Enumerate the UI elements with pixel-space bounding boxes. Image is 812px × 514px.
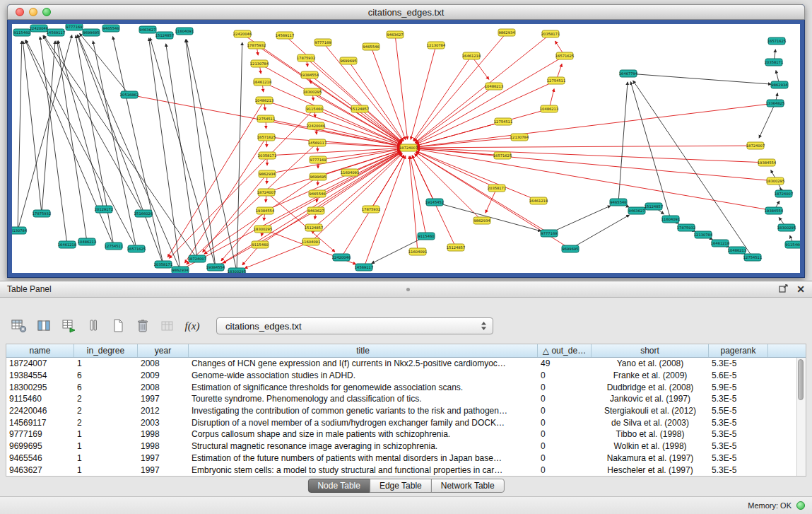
graph-node[interactable]: 9465546	[610, 199, 627, 206]
graph-node[interactable]: 9463627	[139, 26, 156, 33]
close-panel-button[interactable]: ✕	[796, 284, 805, 294]
graph-node[interactable]: 9465546	[102, 25, 119, 32]
function-builder-icon[interactable]: f(x)	[183, 317, 201, 335]
graph-node[interactable]: 16571625	[767, 37, 786, 45]
graph-node[interactable]: 9115460	[785, 241, 800, 248]
graph-node[interactable]: 20358171	[154, 261, 172, 268]
graph-node[interactable]: 9115460	[252, 241, 269, 248]
graph-node[interactable]: 9115460	[13, 29, 30, 36]
graph-node[interactable]: 20129172	[95, 206, 113, 213]
graph-node[interactable]: 9862934	[259, 170, 276, 177]
table-row[interactable]: 1456911722003Disruption of a novel membe…	[6, 416, 797, 428]
table-row[interactable]: 946362711997Embryonic stem cells: a mode…	[6, 464, 797, 476]
graph-node[interactable]: 9699695	[310, 173, 326, 180]
graph-node[interactable]: 15124857	[351, 105, 369, 112]
graph-node[interactable]: 14569117	[47, 29, 65, 36]
graph-node[interactable]: 10486213	[485, 83, 503, 90]
window-titlebar[interactable]: citations_edges.txt	[7, 4, 805, 20]
table-row[interactable]: 977716911998Corpus callosum shape and si…	[6, 428, 797, 440]
minimize-button[interactable]	[29, 8, 37, 16]
graph-node[interactable]: 17875932	[247, 42, 266, 49]
network-view[interactable]: 1872400712130784164612181048621312754511…	[12, 24, 800, 273]
graph-node[interactable]: 14569117	[355, 264, 373, 271]
graph-node[interactable]: 12130784	[694, 231, 713, 238]
graph-node[interactable]: 19384554	[758, 159, 777, 166]
graph-node[interactable]: 20358171	[541, 30, 560, 37]
graph-node[interactable]: 9465546	[309, 190, 326, 197]
import-table-icon[interactable]	[158, 317, 177, 335]
column-header-short[interactable]: short	[592, 344, 709, 357]
graph-node[interactable]: 16571625	[555, 52, 574, 59]
tab-node-table[interactable]: Node Table	[307, 479, 370, 493]
column-header-in_degree[interactable]: in_degree	[74, 344, 138, 357]
graph-node[interactable]: 19145452	[425, 199, 444, 206]
graph-node[interactable]: 18724007	[775, 190, 793, 197]
graph-node[interactable]: 12754511	[257, 115, 275, 122]
vertical-scrollbar[interactable]	[796, 358, 806, 476]
graph-node[interactable]: 17875932	[677, 224, 695, 231]
graph-node[interactable]: 12754511	[494, 118, 512, 125]
graph-node[interactable]: 22420046	[332, 254, 351, 261]
graph-node[interactable]: 16467794	[619, 70, 638, 77]
rename-column-icon[interactable]	[84, 317, 102, 335]
graph-node[interactable]: 18724007	[257, 189, 276, 196]
column-header-year[interactable]: year	[138, 344, 189, 357]
graph-node[interactable]: 17875932	[33, 210, 51, 217]
graph-node[interactable]: 11604091	[408, 248, 427, 255]
graph-node[interactable]: 16571625	[257, 134, 276, 141]
graph-node[interactable]: 9777169	[541, 230, 558, 237]
graph-node[interactable]: 14569117	[276, 32, 294, 39]
graph-node[interactable]: 9862934	[498, 29, 515, 36]
graph-node[interactable]: 14569117	[308, 139, 326, 146]
graph-node[interactable]: 13364825	[766, 100, 784, 107]
column-header-pagerank[interactable]: pagerank	[709, 344, 768, 357]
graph-node[interactable]: 17875932	[297, 54, 315, 62]
graph-node[interactable]: 9463627	[628, 207, 645, 214]
graph-node[interactable]: 16571625	[493, 152, 512, 159]
graph-node[interactable]: 10486213	[540, 105, 558, 112]
table-row[interactable]: 1938455462009Genome-wide association stu…	[6, 370, 797, 382]
graph-node[interactable]: 16461218	[529, 197, 548, 204]
graph-node[interactable]: 16461218	[711, 240, 729, 247]
create-table-icon[interactable]	[109, 317, 127, 335]
graph-node[interactable]: 22420046	[307, 122, 325, 129]
table-row[interactable]: 1830029562008Estimation of significance …	[6, 381, 797, 393]
column-header-title[interactable]: title	[189, 344, 538, 357]
graph-node[interactable]: 11604091	[661, 216, 680, 223]
graph-node[interactable]: 15124857	[447, 244, 465, 251]
graph-node[interactable]: 12754511	[743, 254, 762, 261]
graph-node[interactable]: 9777169	[310, 156, 326, 163]
graph-node[interactable]: 16571625	[127, 245, 146, 252]
graph-node[interactable]: 19384554	[206, 264, 225, 271]
graph-node[interactable]: 9115460	[418, 233, 435, 240]
graph-node[interactable]: 9862934	[473, 217, 490, 224]
graph-node[interactable]: 11604091	[302, 238, 320, 245]
graph-node[interactable]: 18300295	[777, 224, 796, 231]
table-row[interactable]: 946554611997Estimation of the future num…	[6, 452, 797, 465]
graph-node[interactable]: 9699695	[83, 29, 100, 36]
graph-node[interactable]: 9699695	[562, 245, 579, 252]
graph-node[interactable]: 16461218	[462, 52, 481, 59]
graph-node[interactable]: 20358171	[488, 185, 506, 192]
table-row[interactable]: 2242004622012Investigating the contribut…	[6, 405, 797, 417]
graph-node[interactable]: 15124857	[645, 203, 663, 210]
graph-node[interactable]: 12754511	[105, 243, 123, 250]
graph-node[interactable]: 9463627	[307, 207, 324, 214]
graph-node[interactable]: 9463627	[387, 31, 404, 38]
close-button[interactable]	[16, 8, 24, 16]
graph-node[interactable]: 12130784	[427, 42, 446, 49]
graph-node[interactable]: 12130784	[250, 60, 269, 67]
graph-node[interactable]: 9115460	[306, 105, 323, 112]
column-header-name[interactable]: name	[6, 344, 74, 357]
graph-node[interactable]: 19384554	[765, 207, 784, 214]
tab-network-table[interactable]: Network Table	[431, 479, 505, 493]
graph-node[interactable]: 20516862	[120, 91, 139, 98]
graph-node[interactable]: 9862934	[771, 81, 788, 88]
table-mode-icon[interactable]	[10, 317, 28, 335]
graph-node[interactable]: 15124857	[305, 224, 323, 231]
graph-node[interactable]: 16461218	[253, 78, 271, 86]
graph-node[interactable]: 17875932	[362, 206, 380, 213]
table-row[interactable]: 911546021997Tourette syndrome. Phenomeno…	[6, 393, 797, 405]
graph-node[interactable]: 22420046	[30, 25, 48, 32]
graph-node[interactable]: 12130784	[510, 134, 529, 141]
